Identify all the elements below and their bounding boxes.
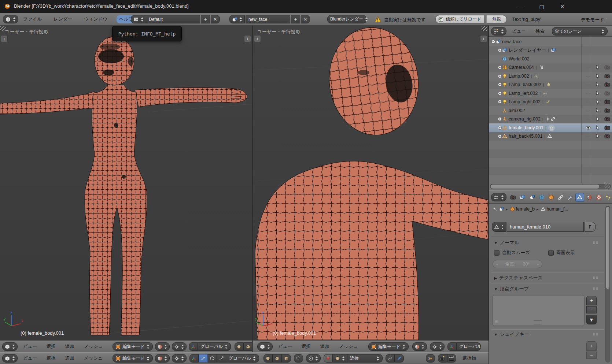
outliner-display-mode-select[interactable]: 全てのシーン: [552, 27, 608, 36]
menu-render[interactable]: レンダー: [51, 15, 75, 23]
texture-space-section-header[interactable]: ▶テクスチャスペース: [494, 275, 543, 281]
viewport-menu-add[interactable]: 追加: [318, 342, 332, 351]
menu-file[interactable]: ファイル: [21, 15, 44, 23]
vertex-groups-list[interactable]: ⊕: [492, 295, 585, 326]
snap-peel-button[interactable]: [386, 354, 395, 363]
outliner-item-Lamp.002[interactable]: Lamp.002|: [489, 72, 612, 81]
viewport-menu-select[interactable]: 選択: [299, 342, 313, 351]
manipulator-toggle[interactable]: [189, 342, 198, 351]
mode-select[interactable]: 編集モード: [113, 342, 153, 351]
scene-name-field[interactable]: new_face: [246, 15, 290, 23]
region-expand-left-icon[interactable]: ＋: [1, 35, 8, 42]
outliner-item-aim.002[interactable]: aim.002: [489, 106, 612, 115]
outliner-item-female_body.001[interactable]: female_body.001|: [489, 123, 612, 132]
viewport-menu-view[interactable]: ビュー: [21, 342, 40, 351]
viewport-editor-selector[interactable]: [257, 342, 273, 351]
orientation-select[interactable]: グローバル: [457, 342, 481, 351]
expand-icon[interactable]: [498, 100, 502, 104]
delete-layout-button[interactable]: ✕: [211, 15, 220, 23]
eye-icon[interactable]: [586, 116, 591, 122]
panel-drag-dots[interactable]: [593, 276, 598, 279]
camera-render-icon[interactable]: [604, 125, 610, 131]
scene-icon-button[interactable]: [229, 15, 245, 23]
eye-icon[interactable]: [586, 125, 591, 130]
tab-texture[interactable]: [594, 193, 603, 202]
properties-vscrollbar-thumb[interactable]: [606, 207, 610, 289]
auto-smooth-checkbox[interactable]: [494, 250, 499, 256]
expand-icon[interactable]: [498, 117, 502, 121]
tab-constraints[interactable]: [556, 193, 565, 202]
mesh-datablock-icon-button[interactable]: [492, 222, 506, 232]
pivot-point-select[interactable]: [430, 342, 445, 351]
cursor-select-icon[interactable]: [595, 74, 600, 79]
eye-icon[interactable]: [586, 65, 591, 70]
camera-render-icon[interactable]: [604, 108, 610, 114]
eye-icon[interactable]: [586, 108, 591, 113]
expand-icon[interactable]: [498, 74, 502, 78]
outliner-item-hair_back45.001[interactable]: hair_back45.001|: [489, 132, 612, 141]
viewport-shading-select[interactable]: [155, 354, 170, 363]
viewport-menu-add[interactable]: 追加: [63, 354, 77, 363]
cursor-select-icon[interactable]: [595, 108, 600, 113]
add-inline-icon[interactable]: ⊕: [495, 319, 499, 324]
viewport-editor-selector[interactable]: [2, 354, 18, 363]
expand-icon[interactable]: [498, 91, 502, 96]
camera-render-icon[interactable]: [604, 90, 610, 96]
shape-key-remove-button[interactable]: −: [586, 352, 597, 359]
vertex-select-button[interactable]: [263, 354, 273, 363]
vertex-group-remove-button[interactable]: −: [586, 306, 597, 313]
angle-slider[interactable]: ◂ 角度: 30° ▸: [493, 260, 542, 268]
shape-key-add-button[interactable]: ＋: [586, 341, 597, 351]
outliner-search-menu[interactable]: 検索: [533, 27, 547, 36]
3d-viewport-right[interactable]: ユーザー・平行投影 z x y (0) female_body.001 ＋ ＋: [253, 26, 489, 340]
outliner-item-World.002[interactable]: World.002: [489, 55, 612, 63]
outliner-view-menu[interactable]: ビュー: [509, 27, 528, 36]
outliner-item-Camera.004[interactable]: Camera.004|: [489, 63, 612, 72]
eye-icon[interactable]: [586, 134, 591, 139]
outliner-item-レンダーレイヤー[interactable]: レンダーレイヤー|: [489, 46, 612, 55]
cursor-select-icon[interactable]: [595, 125, 600, 130]
area-corner-grip[interactable]: [482, 26, 487, 31]
edge-select-button[interactable]: [244, 342, 252, 351]
close-button[interactable]: ✕: [554, 0, 571, 13]
expand-icon[interactable]: [498, 65, 502, 70]
outliner-item-Lamp_right.002[interactable]: Lamp_right.002|: [489, 98, 612, 107]
outliner-item-Lamp_left.002[interactable]: Lamp_left.002|: [489, 89, 612, 98]
viewport-menu-view[interactable]: ビュー: [21, 354, 40, 363]
cursor-select-icon[interactable]: [595, 65, 600, 70]
layout-name-field[interactable]: Default: [146, 15, 200, 23]
add-layout-button[interactable]: ＋: [201, 15, 210, 23]
camera-render-icon[interactable]: [604, 73, 610, 79]
orientation-select[interactable]: グローバル: [226, 354, 259, 363]
delete-scene-button[interactable]: ✕: [301, 15, 310, 23]
outliner-item-camera_rig.002[interactable]: camera_rig.002|: [489, 115, 612, 124]
shape-keys-section-header[interactable]: ▼シェイプキー: [494, 331, 529, 338]
orientation-select[interactable]: グローバル: [198, 342, 231, 351]
eye-icon[interactable]: [586, 99, 591, 104]
cursor-select-icon[interactable]: [595, 134, 600, 139]
tab-scene[interactable]: [528, 193, 537, 202]
viewport-menu-mesh[interactable]: メッシュ: [336, 342, 360, 351]
proportional-edit-select[interactable]: [306, 354, 321, 363]
camera-render-icon[interactable]: [604, 82, 610, 88]
camera-render-icon[interactable]: [604, 133, 610, 139]
opengl-render-anim-button[interactable]: [447, 354, 456, 363]
layout-icon-button[interactable]: [131, 15, 146, 23]
menu-window[interactable]: ウィンドウ: [81, 15, 110, 23]
cursor-select-icon[interactable]: [595, 82, 600, 87]
camera-render-icon[interactable]: [604, 64, 610, 70]
expand-icon[interactable]: [498, 82, 502, 87]
maximize-button[interactable]: ▢: [533, 0, 550, 13]
vertex-groups-section-header[interactable]: ▼頂点グループ: [494, 286, 529, 292]
fake-user-button[interactable]: F: [585, 222, 596, 232]
camera-render-icon[interactable]: [604, 116, 610, 122]
manipulator-toggle[interactable]: [189, 354, 199, 363]
tab-object-data[interactable]: [575, 193, 584, 202]
camera-render-icon[interactable]: [604, 99, 610, 105]
eye-icon[interactable]: [586, 82, 591, 87]
pivot-point-select[interactable]: [172, 354, 187, 363]
tab-particles[interactable]: [604, 193, 612, 202]
list-resize-grip[interactable]: [534, 320, 542, 324]
3d-viewport-left[interactable]: ユーザー・平行投影 z x y (0) female_body.001 ＋ ＋: [0, 26, 252, 340]
viewport-menu-select[interactable]: 選択: [44, 354, 58, 363]
